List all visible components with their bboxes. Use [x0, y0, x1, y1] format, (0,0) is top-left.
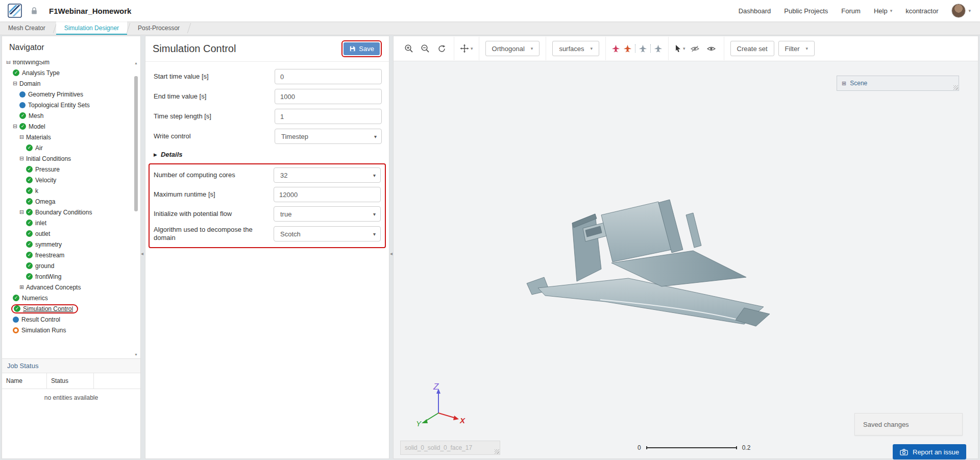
- initialize-with-potential-flow-select[interactable]: true▾: [274, 206, 381, 222]
- scroll-up-icon[interactable]: ▲: [134, 61, 138, 66]
- initialize-with-potential-flow-select-value: true: [280, 210, 291, 218]
- job-status-table-header: Name Status: [2, 373, 140, 389]
- field-label-maximum-runtime-s: Maximum runtime [s]: [154, 190, 274, 199]
- tree-item-mesh[interactable]: ✓Mesh: [2, 110, 132, 121]
- tree-item-k[interactable]: ✓k: [2, 185, 132, 196]
- selection-name-field[interactable]: solid_0_solid_0_face_17: [400, 441, 500, 455]
- axis-triad: Z X Y: [415, 381, 468, 433]
- tree-item-frontwing[interactable]: ✓frontWing: [2, 271, 132, 282]
- viewport-panel: ▾ Orthogonal ▾ surfaces ▾: [393, 36, 978, 459]
- tree-item-velocity[interactable]: ✓Velocity: [2, 175, 132, 185]
- tree-item-label: freestream: [35, 252, 64, 259]
- projection-dropdown[interactable]: Orthogonal ▾: [485, 41, 540, 56]
- tree-item-materials[interactable]: ⊟Materials: [2, 132, 132, 142]
- scene-tree-item[interactable]: ⊞ Scene: [837, 76, 959, 91]
- tree-item-analysis-type[interactable]: ✓Analysis Type: [2, 67, 132, 78]
- render-mode-dropdown[interactable]: surfaces ▾: [552, 41, 599, 56]
- scale-line: [646, 447, 737, 448]
- app-logo-icon[interactable]: [7, 3, 22, 18]
- tree-item-air[interactable]: ✓Air: [2, 142, 132, 153]
- tree-item-inlet[interactable]: ✓inlet: [2, 217, 132, 228]
- zoom-in-icon[interactable]: [402, 42, 415, 55]
- tree-item-pressure[interactable]: ✓Pressure: [2, 164, 132, 175]
- hide-selection-icon[interactable]: [689, 42, 702, 55]
- algorithm-used-to-decompose-the-domain-select[interactable]: Scotch▾: [274, 226, 381, 241]
- expander-minus-icon[interactable]: ⊟: [13, 81, 19, 86]
- start-time-value-s-input[interactable]: [275, 69, 382, 84]
- expander-minus-icon[interactable]: ⊟: [19, 209, 26, 215]
- tree-item-simulation-runs[interactable]: Simulation Runs: [2, 325, 132, 335]
- check-icon: ✓: [26, 144, 33, 151]
- expander-plus-icon[interactable]: ⊞: [19, 284, 26, 290]
- pan-tool-button[interactable]: ▾: [460, 44, 473, 53]
- select-tool-button[interactable]: ▾: [674, 44, 685, 53]
- jet-view-orange-icon[interactable]: [623, 44, 632, 53]
- show-all-icon[interactable]: [705, 42, 718, 55]
- maximum-runtime-s-input[interactable]: [274, 187, 381, 202]
- tree-item-omega[interactable]: ✓Omega: [2, 196, 132, 207]
- nav-public-projects[interactable]: Public Projects: [784, 7, 828, 15]
- tree-item-boundary-conditions[interactable]: ⊟✓Boundary Conditions: [2, 207, 132, 217]
- nav-help[interactable]: Help ▾: [874, 7, 892, 15]
- check-icon: ✓: [26, 209, 33, 215]
- caret-down-icon: ▾: [531, 46, 533, 51]
- write-control-select[interactable]: Timestep▾: [275, 129, 382, 144]
- filter-dropdown[interactable]: Filter ▾: [778, 41, 815, 56]
- tree-item-simulation-control[interactable]: ✓Simulation Control: [2, 303, 132, 314]
- save-button[interactable]: Save: [344, 42, 380, 55]
- jet-view-gray2-icon[interactable]: [654, 44, 663, 53]
- tree-item-frontwingsim[interactable]: ⊟frontWingSim: [2, 61, 132, 67]
- tree-item-geometry-primitives[interactable]: Geometry Primitives: [2, 89, 132, 100]
- expander-minus-icon[interactable]: ⊟: [19, 156, 26, 161]
- tree-item-numerics[interactable]: ✓Numerics: [2, 293, 132, 303]
- time-step-length-s-input[interactable]: [275, 109, 382, 124]
- user-name[interactable]: kcontractor: [905, 7, 938, 15]
- details-label: Details: [161, 151, 183, 158]
- tree-item-ground[interactable]: ✓ground: [2, 260, 132, 271]
- field-label-write-control: Write control: [154, 132, 275, 140]
- jet-view-red-icon[interactable]: [611, 44, 620, 53]
- tree-item-content: ✓inlet: [26, 220, 46, 227]
- tree-item-advanced-concepts[interactable]: ⊞Advanced Concepts: [2, 282, 132, 293]
- tab-mesh-creator[interactable]: Mesh Creator: [0, 21, 54, 35]
- number-of-computing-cores-select[interactable]: 32▾: [274, 167, 381, 183]
- expander-minus-icon[interactable]: ⊟: [6, 61, 13, 65]
- trajectory-dotted-line: [650, 44, 651, 53]
- nav-dashboard[interactable]: Dashboard: [739, 7, 771, 15]
- details-toggle[interactable]: ▶ Details: [154, 151, 382, 158]
- tree-item-label: Model: [29, 123, 45, 130]
- scene-expand-icon[interactable]: ⊞: [842, 80, 846, 87]
- expander-minus-icon[interactable]: ⊟: [13, 124, 19, 129]
- refresh-view-icon[interactable]: [435, 42, 448, 55]
- tree-item-result-control[interactable]: Result Control: [2, 314, 132, 325]
- expander-minus-icon[interactable]: ⊟: [19, 134, 26, 140]
- tree-item-symmetry[interactable]: ✓symmetry: [2, 239, 132, 250]
- user-menu[interactable]: ▾: [951, 4, 971, 18]
- tree-item-topological-entity-sets[interactable]: Topological Entity Sets: [2, 100, 132, 110]
- create-set-button[interactable]: Create set: [730, 41, 774, 56]
- scroll-down-icon[interactable]: ▼: [134, 352, 138, 357]
- panel-resize-handle[interactable]: ◂: [141, 251, 143, 256]
- tab-post-processor[interactable]: Post-Processor: [130, 21, 188, 35]
- viewport-canvas[interactable]: ⊞ Scene: [394, 61, 978, 458]
- scrollbar-thumb[interactable]: [134, 76, 138, 211]
- save-button-label: Save: [359, 45, 374, 53]
- tree-item-freestream[interactable]: ✓freestream: [2, 250, 132, 260]
- form-row-start-time-value-s: Start time value [s]: [154, 69, 382, 84]
- tree-item-model[interactable]: ⊟✓Model: [2, 121, 132, 132]
- tree-item-outlet[interactable]: ✓outlet: [2, 228, 132, 239]
- end-time-value-s-input[interactable]: [275, 89, 382, 104]
- zoom-out-icon[interactable]: [419, 42, 432, 55]
- tab-simulation-designer[interactable]: Simulation Designer: [56, 21, 127, 35]
- tree-item-domain[interactable]: ⊟Domain: [2, 78, 132, 89]
- report-issue-button[interactable]: Report an issue: [893, 444, 966, 459]
- viewport-3d-model[interactable]: [524, 183, 789, 344]
- jet-view-gray-icon[interactable]: [639, 44, 647, 53]
- avatar[interactable]: [951, 4, 966, 18]
- panel-resize-handle[interactable]: ◂: [390, 251, 393, 256]
- nav-forum[interactable]: Forum: [841, 7, 861, 15]
- tree-item-label: Simulation Control: [23, 305, 73, 312]
- tree-item-initial-conditions[interactable]: ⊟Initial Conditions: [2, 153, 132, 164]
- navigator-scrollbar[interactable]: ▲ ▼: [134, 61, 138, 357]
- check-icon: ✓: [26, 166, 33, 173]
